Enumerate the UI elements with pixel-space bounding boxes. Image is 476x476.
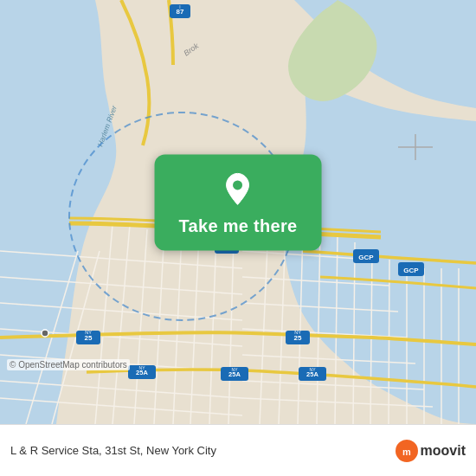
svg-text:GCP: GCP bbox=[358, 254, 374, 261]
navigation-button-overlay[interactable]: Take me there bbox=[155, 154, 322, 250]
svg-line-34 bbox=[389, 260, 389, 424]
map-container: 278 I 87 I 25 NY 25 NY 25A NY 25A NY 25A… bbox=[0, 0, 476, 424]
take-me-there-button[interactable]: Take me there bbox=[179, 216, 298, 236]
moovit-icon: m bbox=[395, 439, 419, 463]
svg-text:m: m bbox=[402, 447, 411, 457]
bottom-info-bar: L & R Service Sta, 31st St, New York Cit… bbox=[0, 424, 476, 476]
svg-text:I: I bbox=[179, 4, 180, 10]
location-label: L & R Service Sta, 31st St, New York Cit… bbox=[10, 444, 395, 457]
svg-text:GCP: GCP bbox=[403, 267, 419, 274]
take-me-there-card[interactable]: Take me there bbox=[155, 154, 322, 250]
svg-text:NY: NY bbox=[85, 330, 92, 335]
location-pin-icon bbox=[219, 170, 257, 208]
svg-point-71 bbox=[234, 180, 243, 190]
svg-text:25: 25 bbox=[85, 334, 93, 342]
moovit-logo: m moovit bbox=[395, 439, 466, 463]
svg-text:NY: NY bbox=[310, 367, 317, 372]
svg-text:NY: NY bbox=[294, 330, 301, 335]
osm-attribution: © OpenStreetMap contributors bbox=[7, 359, 130, 370]
moovit-brand-text: moovit bbox=[421, 443, 466, 459]
svg-point-70 bbox=[42, 330, 48, 337]
svg-text:25: 25 bbox=[294, 334, 302, 342]
svg-text:NY: NY bbox=[232, 367, 239, 372]
svg-text:NY: NY bbox=[139, 365, 146, 370]
